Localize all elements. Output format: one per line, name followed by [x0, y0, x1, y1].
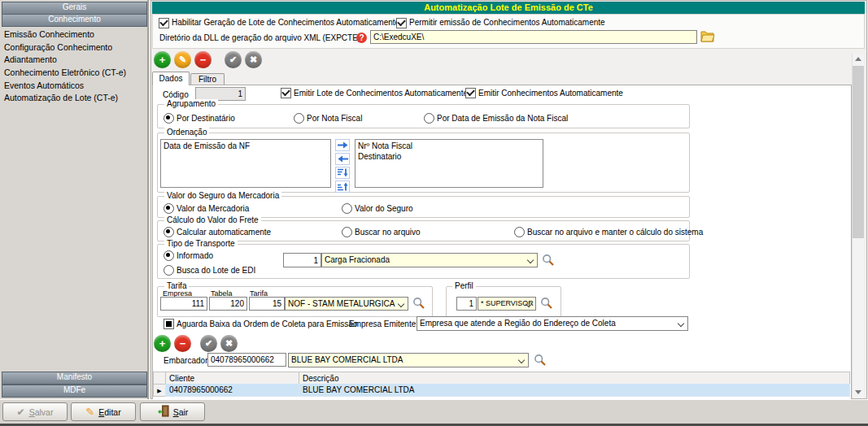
scroll-up-icon[interactable]	[853, 54, 864, 65]
sair-button[interactable]: Sair	[140, 402, 205, 421]
busca-lote-edi-label: Busca do Lote de EDI	[177, 266, 255, 275]
grid-row-cliente[interactable]: 04078965000662	[165, 384, 299, 397]
list-item[interactable]: Destinatario	[358, 151, 540, 162]
sort-down-icon[interactable]	[335, 167, 350, 179]
tipo-transporte-title: Tipo de Transporte	[164, 239, 238, 248]
salvar-label: Salvar	[29, 407, 54, 417]
search-icon[interactable]	[412, 297, 425, 310]
agrupamento-por-destinatario-label: Por Destinatário	[177, 114, 235, 123]
sidebar-header-mdfe[interactable]: MDFe	[2, 385, 147, 398]
app-window: Gerais Conhecimento Emissão Conhecimento…	[0, 0, 868, 426]
agrupamento-title: Agrupamento	[164, 99, 218, 108]
ordenacao-chosen-listbox[interactable]: Nrº Nota Fiscal Destinatario	[355, 139, 543, 188]
perfil-title: Perfil	[452, 281, 476, 290]
valor-seguro-radio[interactable]	[342, 203, 352, 214]
sidebar-item-eventos-automaticos[interactable]: Eventos Automáticos	[4, 80, 146, 93]
valor-mercadoria-label: Valor da Mercadoria	[177, 204, 249, 213]
emitir-conhecimentos-checkbox[interactable]	[465, 88, 476, 98]
search-icon[interactable]	[542, 254, 555, 267]
agrupamento-por-nota-fiscal-radio[interactable]	[294, 113, 304, 124]
editar-button[interactable]: ✎ Editar	[71, 402, 136, 421]
remove-button[interactable]: −	[194, 51, 212, 68]
agrupamento-por-destinatario-radio[interactable]	[164, 113, 174, 124]
tab-filtro[interactable]: Filtro	[190, 73, 225, 85]
ordenacao-title: Ordenação	[164, 128, 209, 137]
calcular-automaticamente-label: Calcular automaticamente	[177, 228, 271, 237]
cancel-embarcador-button[interactable]: ✖	[220, 335, 238, 352]
buscar-manter-calculo-label: Buscar no arquivo e manter o cálculo do …	[527, 228, 703, 237]
salvar-button[interactable]: ✔ Salvar	[2, 402, 68, 421]
confirm-button[interactable]: ✔	[225, 51, 242, 68]
page-title: Automatização Lote de Emissão de CTe	[152, 2, 865, 14]
sidebar-item-automatizacao-lote[interactable]: Automatização de Lote (CT-e)	[4, 92, 146, 105]
habilitar-geracao-label: Habilitar Geração de Lote de Conheciment…	[172, 18, 399, 27]
diretorio-dll-input[interactable]	[370, 30, 697, 44]
ordenacao-available-listbox[interactable]: Data de Emissão da NF	[160, 139, 331, 188]
aguarda-baixa-checkbox[interactable]	[164, 319, 174, 329]
remove-embarcador-button[interactable]: −	[174, 335, 191, 352]
sidebar-item-conhecimento-eletronico[interactable]: Conhecimento Eletrônico (CT-e)	[4, 67, 146, 80]
grid-col-descricao[interactable]: Descrição	[299, 372, 850, 385]
tipo-transporte-combo[interactable]: Carga Fracionada	[321, 253, 538, 267]
scroll-down-icon[interactable]	[853, 386, 864, 398]
save-check-icon: ✔	[17, 406, 25, 418]
calculo-frete-title: Cálculo do Valor do Frete	[164, 215, 261, 224]
grid-col-cliente[interactable]: Cliente	[165, 372, 299, 385]
emitir-lote-label: Emitir Lote de Conhecimentos Automaticam…	[294, 89, 468, 98]
chevron-down-icon	[398, 301, 404, 307]
busca-lote-edi-radio[interactable]	[164, 265, 174, 276]
tab-dados[interactable]: Dados	[152, 72, 190, 85]
add-embarcador-button[interactable]: +	[154, 335, 171, 352]
folder-open-icon[interactable]	[700, 30, 715, 44]
perfil-combo[interactable]: * SUPERVISOR	[478, 297, 536, 311]
calcular-automaticamente-radio[interactable]	[164, 227, 174, 237]
list-item[interactable]: Nrº Nota Fiscal	[358, 141, 540, 151]
list-item[interactable]: Data de Emissão da NF	[164, 141, 328, 151]
habilitar-geracao-checkbox[interactable]	[159, 18, 169, 28]
informado-radio[interactable]	[164, 250, 174, 261]
tarifa-tabela-input[interactable]	[209, 297, 247, 311]
embarcador-combo[interactable]: BLUE BAY COMERCIAL LTDA	[288, 353, 529, 367]
agrupamento-por-data-emissao-label: Por Data de Emissão da Nota Fiscal	[437, 114, 568, 123]
vertical-scrollbar[interactable]	[852, 54, 864, 398]
search-icon[interactable]	[540, 297, 553, 310]
edit-pencil-icon: ✎	[85, 406, 94, 418]
sidebar-header-conhecimento[interactable]: Conhecimento	[2, 14, 147, 27]
emitir-conhecimentos-label: Emitir Conhecimentos Automaticamente	[478, 89, 623, 98]
tarifa-combo[interactable]: NOF - STAM METALURGICA	[285, 297, 408, 311]
empresa-emitente-combo[interactable]: Empresa que atende a Região do Endereço …	[417, 316, 688, 331]
tarifa-value: NOF - STAM METALURGICA	[288, 299, 395, 308]
sort-up-icon[interactable]	[335, 180, 350, 193]
agrupamento-por-data-emissao-radio[interactable]	[424, 113, 434, 124]
emitir-lote-checkbox[interactable]	[281, 88, 291, 98]
tarifa-tarifa-input[interactable]	[249, 297, 285, 311]
move-right-icon[interactable]	[335, 139, 350, 151]
move-left-icon[interactable]	[335, 153, 350, 165]
embarcador-value: BLUE BAY COMERCIAL LTDA	[291, 355, 403, 364]
search-icon[interactable]	[534, 354, 547, 367]
tipo-transporte-codigo-input[interactable]	[283, 253, 321, 267]
codigo-label: Código	[163, 90, 189, 99]
sidebar-header-gerais[interactable]: Gerais	[2, 2, 147, 15]
sair-label: Sair	[173, 407, 189, 417]
sidebar-item-configuracao-conhecimento[interactable]: Configuração Conhecimento	[4, 41, 146, 54]
confirm-embarcador-button[interactable]: ✔	[200, 335, 217, 352]
buscar-no-arquivo-radio[interactable]	[342, 227, 352, 237]
perfil-codigo-input[interactable]	[456, 297, 477, 311]
permitir-emissao-checkbox[interactable]	[396, 18, 407, 28]
cancel-button[interactable]: ✖	[245, 51, 262, 68]
embarcador-codigo-input[interactable]	[207, 353, 286, 367]
help-icon[interactable]: ?	[356, 33, 367, 43]
sidebar-item-emissao-conhecimento[interactable]: Emissão Conhecimento	[4, 28, 146, 41]
sidebar-item-adiantamento[interactable]: Adiantamento	[4, 54, 146, 67]
add-button[interactable]: +	[154, 51, 171, 68]
tarifa-empresa-input[interactable]	[160, 297, 207, 311]
edit-button[interactable]: ✎	[174, 51, 191, 68]
empresa-emitente-label: Empresa Emitente:	[349, 320, 418, 328]
sidebar-header-manifesto[interactable]: Manifesto	[2, 372, 147, 385]
scrollbar-thumb[interactable]	[853, 66, 864, 238]
aguarda-baixa-label: Aguarda Baixa da Ordem de Coleta para Em…	[177, 320, 357, 328]
buscar-manter-calculo-radio[interactable]	[514, 227, 525, 237]
valor-mercadoria-radio[interactable]	[164, 203, 174, 214]
grid-row-descricao[interactable]: BLUE BAY COMERCIAL LTDA	[299, 384, 850, 397]
